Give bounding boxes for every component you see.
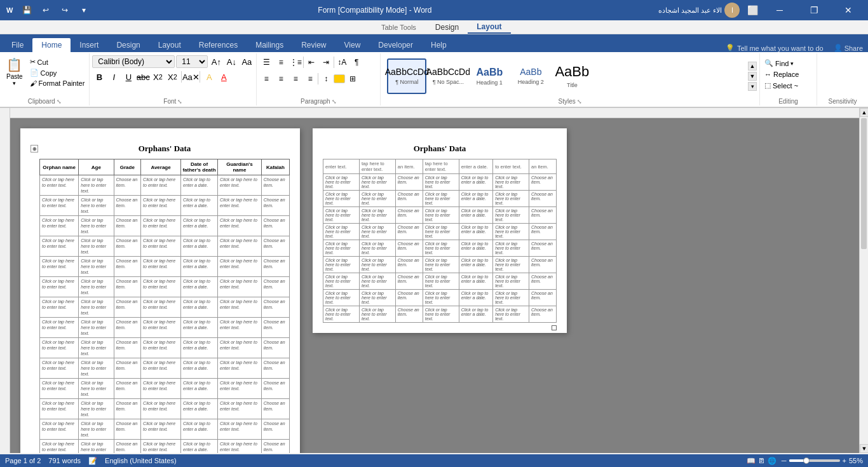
page2-table[interactable]: enter text.tap here to enter text.an ite… [323,159,557,323]
table-row[interactable]: Click or tap here to enter text.Click or… [40,297,290,318]
zoom-out-button[interactable]: ─ [782,457,787,464]
scroll-up-button[interactable]: ▲ [860,108,868,117]
table-row[interactable]: Click or tap here to enter text.Click or… [323,257,557,273]
shading-button[interactable] [334,74,345,83]
format-painter-button[interactable]: 🖌 Format Painter [28,79,87,88]
customize-qat-button[interactable]: ▾ [76,3,92,18]
table-row[interactable]: Click or tap here to enter text.Click or… [40,399,290,419]
borders-button[interactable]: ⊞ [346,72,360,86]
find-button[interactable]: 🔍 Find ▾ [763,58,796,68]
table-row[interactable]: Click or tap here to enter text.Click or… [40,379,290,399]
tab-file[interactable]: File [3,38,32,52]
show-hide-button[interactable]: ¶ [349,55,363,69]
table-row[interactable]: Click or tap here to enter text.Click or… [323,273,557,290]
table-row[interactable]: Click or tap here to enter text.Click or… [323,191,557,207]
zoom-slider-thumb[interactable] [803,457,810,464]
restore-button[interactable]: ❐ [799,0,829,20]
line-spacing-button[interactable]: ↕ [319,72,333,86]
sort-button[interactable]: ↕A [335,55,349,69]
table-move-handle[interactable]: ⊕ [31,145,38,152]
multilevel-button[interactable]: ⋮≡ [288,55,302,69]
style-title[interactable]: AaBb Title [552,58,592,94]
change-case-button[interactable]: Aa [240,55,254,69]
tab-design[interactable]: Design [107,38,149,52]
styles-expand[interactable]: ▾ [748,82,757,91]
style-heading1[interactable]: AaBb Heading 1 [470,58,509,94]
table-design-tab[interactable]: Design [426,22,468,33]
bold-button[interactable]: B [92,70,106,84]
tab-mailings[interactable]: Mailings [247,38,292,52]
view-web-icon[interactable]: 🌐 [768,457,776,465]
redo-qat-button[interactable]: ↪ [57,3,72,18]
page1-table[interactable]: Orphan name Age Grade Average Date of fa… [39,159,290,453]
grow-font-button[interactable]: A↑ [209,55,223,69]
shrink-font-button[interactable]: A↓ [224,55,238,69]
tab-insert[interactable]: Insert [71,38,107,52]
tab-home[interactable]: Home [32,38,71,52]
table-row[interactable]: Click or tap here to enter text.Click or… [40,338,290,358]
table-row[interactable]: Click or tap here to enter text.Click or… [323,290,557,306]
style-no-spacing[interactable]: AaBbCcDd ¶ No Spac... [428,58,468,94]
table-row[interactable]: Click or tap here to enter text.Click or… [323,224,557,240]
styles-scroll-up[interactable]: ▲ [748,62,757,71]
table-layout-tab[interactable]: Layout [468,21,510,34]
strikethrough-button[interactable]: abc [136,70,150,84]
undo-qat-button[interactable]: ↩ [38,3,53,18]
styles-expand-icon[interactable]: ⤡ [577,98,582,105]
style-normal[interactable]: AaBbCcDd ¶ Normal [387,58,426,94]
paragraph-expand-icon[interactable]: ⤡ [332,98,337,105]
table-row[interactable]: Click or tap here to enter text.Click or… [40,196,290,216]
table-row[interactable]: Click or tap here to enter text.Click or… [40,358,290,379]
font-size-select[interactable]: 11 [176,55,208,68]
cut-button[interactable]: ✂ Cut [28,57,87,67]
decrease-indent-button[interactable]: ⇤ [304,55,318,69]
save-qat-button[interactable]: 💾 [19,3,34,18]
increase-indent-button[interactable]: ⇥ [319,55,333,69]
scroll-thumb[interactable] [861,118,867,249]
share-button[interactable]: 👤 Share [829,44,868,52]
align-center-button[interactable]: ≡ [274,72,288,86]
table-row[interactable]: Click or tap here to enter text.Click or… [40,318,290,338]
table-resize-handle[interactable] [552,325,557,330]
tab-references[interactable]: References [190,38,247,52]
superscript-button[interactable]: X2 [165,70,179,84]
scroll-down-button[interactable]: ▼ [860,444,868,453]
justify-button[interactable]: ≡ [303,72,317,86]
tab-help[interactable]: Help [422,38,456,52]
ribbon-collapse-button[interactable]: ⬜ [745,3,760,18]
minimize-button[interactable]: ─ [765,0,794,20]
paste-button[interactable]: 📋 Paste ▾ [3,55,27,89]
align-left-button[interactable]: ≡ [259,72,273,86]
clear-formatting-button[interactable]: Aa✕ [184,70,198,84]
table-row[interactable]: Click or tap here to enter text.Click or… [323,240,557,257]
clipboard-expand-icon[interactable]: ⤡ [57,98,62,105]
font-color-button[interactable]: A [217,70,231,84]
styles-scroll-down[interactable]: ▼ [748,72,757,81]
bullets-button[interactable]: ☰ [259,55,273,69]
underline-button[interactable]: U [121,70,135,84]
table-row[interactable]: Click or tap here to enter text.Click or… [40,277,290,297]
view-read-icon[interactable]: 📖 [747,457,756,465]
view-print-icon[interactable]: 🖹 [758,457,765,464]
close-button[interactable]: ✕ [834,0,863,20]
table-row[interactable]: Click or tap here to enter text.Click or… [40,257,290,277]
text-highlight-button[interactable]: A [202,70,216,84]
align-right-button[interactable]: ≡ [288,72,302,86]
tab-developer[interactable]: Developer [369,38,422,52]
style-heading2[interactable]: AaBb Heading 2 [511,58,550,94]
tab-review[interactable]: Review [292,38,335,52]
font-name-select[interactable]: Calibri (Body) [92,55,175,68]
table-row[interactable]: Click or tap here to enter text.Click or… [40,440,290,454]
zoom-in-button[interactable]: + [843,457,846,464]
tell-me-bar[interactable]: 💡 Tell me what you want to do [721,44,829,52]
tab-layout[interactable]: Layout [149,38,190,52]
replace-button[interactable]: ↔ Replace [763,70,801,79]
numbering-button[interactable]: ≡ [274,55,288,69]
table-row[interactable]: Click or tap here to enter text.Click or… [40,175,290,196]
table-row[interactable]: Click or tap here to enter text.Click or… [323,306,557,323]
table-row[interactable]: Click or tap here to enter text.Click or… [323,207,557,224]
select-button[interactable]: ⬚ Select ~ [763,81,800,90]
table-row[interactable]: Click or tap here to enter text.Click or… [40,236,290,257]
table-row[interactable]: Click or tap here to enter text.Click or… [323,174,557,191]
tab-view[interactable]: View [336,38,370,52]
